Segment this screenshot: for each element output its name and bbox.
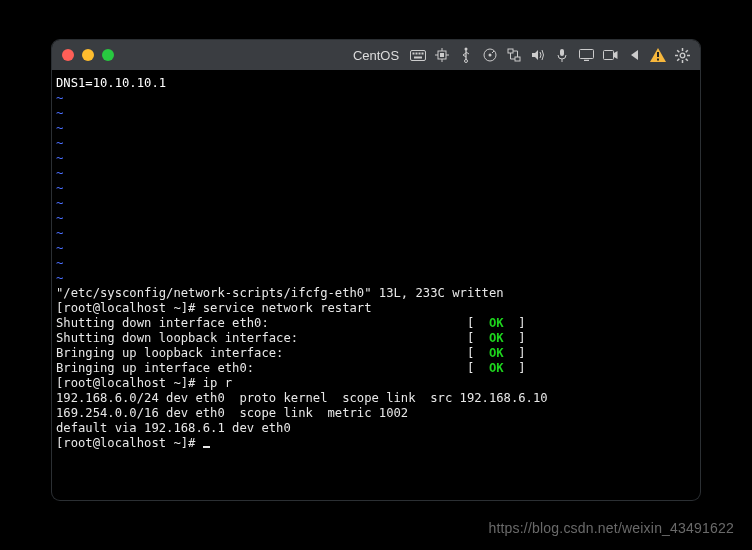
svg-line-36 — [677, 50, 679, 52]
svg-rect-29 — [657, 52, 659, 57]
svg-marker-27 — [631, 50, 638, 60]
vim-tilde: ~ — [56, 226, 63, 240]
status-line: Shutting down loopback interface: [ OK ] — [56, 331, 526, 345]
prompt-line: [root@localhost ~]# service network rest… — [56, 301, 372, 315]
vim-tilde: ~ — [56, 271, 63, 285]
written-line: "/etc/sysconfig/network-scripts/ifcfg-et… — [56, 286, 504, 300]
watermark: https://blog.csdn.net/weixin_43491622 — [488, 520, 734, 536]
svg-point-14 — [465, 60, 468, 63]
svg-rect-19 — [515, 57, 520, 61]
route-line: 192.168.6.0/24 dev eth0 proto kernel sco… — [56, 391, 548, 405]
vim-tilde: ~ — [56, 106, 63, 120]
minimize-button[interactable] — [82, 49, 94, 61]
cpu-icon[interactable] — [434, 47, 450, 63]
svg-rect-2 — [416, 52, 418, 54]
svg-rect-30 — [657, 59, 659, 61]
svg-rect-21 — [560, 49, 564, 56]
vim-tilde: ~ — [56, 151, 63, 165]
svg-marker-26 — [614, 51, 618, 59]
mic-icon[interactable] — [554, 47, 570, 63]
close-button[interactable] — [62, 49, 74, 61]
back-icon[interactable] — [626, 47, 642, 63]
vim-tilde: ~ — [56, 256, 63, 270]
svg-line-38 — [685, 50, 687, 52]
svg-line-37 — [685, 58, 687, 60]
vim-tilde: ~ — [56, 136, 63, 150]
vim-tilde: ~ — [56, 121, 63, 135]
titlebar: CentOS — [52, 40, 700, 70]
traffic-lights — [62, 49, 114, 61]
svg-rect-0 — [411, 50, 426, 60]
camera-icon[interactable] — [602, 47, 618, 63]
svg-rect-7 — [440, 53, 444, 57]
vim-tilde: ~ — [56, 241, 63, 255]
network-icon[interactable] — [506, 47, 522, 63]
disc-icon[interactable] — [482, 47, 498, 63]
vim-tilde: ~ — [56, 211, 63, 225]
svg-point-31 — [680, 53, 685, 58]
prompt-line: [root@localhost ~]# — [56, 436, 203, 450]
maximize-button[interactable] — [102, 49, 114, 61]
status-line: Bringing up interface eth0: [ OK ] — [56, 361, 526, 375]
svg-line-39 — [677, 58, 679, 60]
usb-icon[interactable] — [458, 47, 474, 63]
svg-rect-3 — [419, 52, 421, 54]
svg-point-16 — [489, 54, 492, 57]
vm-window: CentOS — [52, 40, 700, 500]
display-icon[interactable] — [578, 47, 594, 63]
keyboard-icon[interactable] — [410, 47, 426, 63]
terminal-area[interactable]: DNS1=10.10.10.1 ~ ~ ~ ~ ~ ~ ~ ~ ~ ~ ~ ~ … — [52, 70, 700, 500]
vim-tilde: ~ — [56, 181, 63, 195]
vim-tilde: ~ — [56, 166, 63, 180]
svg-line-17 — [492, 51, 494, 53]
svg-rect-23 — [579, 50, 593, 59]
sound-icon[interactable] — [530, 47, 546, 63]
svg-rect-4 — [422, 52, 424, 54]
warning-icon[interactable] — [650, 47, 666, 63]
svg-rect-18 — [508, 49, 513, 53]
svg-rect-5 — [414, 56, 422, 58]
svg-marker-20 — [532, 50, 538, 60]
route-line: 169.254.0.0/16 dev eth0 scope link metri… — [56, 406, 408, 420]
settings-icon[interactable] — [674, 47, 690, 63]
cursor — [203, 446, 210, 448]
vim-tilde: ~ — [56, 196, 63, 210]
toolbar — [410, 47, 690, 63]
route-line: default via 192.168.6.1 dev eth0 — [56, 421, 291, 435]
prompt-line: [root@localhost ~]# ip r — [56, 376, 232, 390]
svg-rect-1 — [413, 52, 415, 54]
vim-tilde: ~ — [56, 91, 63, 105]
status-line: Shutting down interface eth0: [ OK ] — [56, 316, 526, 330]
svg-rect-25 — [603, 51, 613, 60]
status-line: Bringing up loopback interface: [ OK ] — [56, 346, 526, 360]
dns-line: DNS1=10.10.10.1 — [56, 76, 166, 90]
